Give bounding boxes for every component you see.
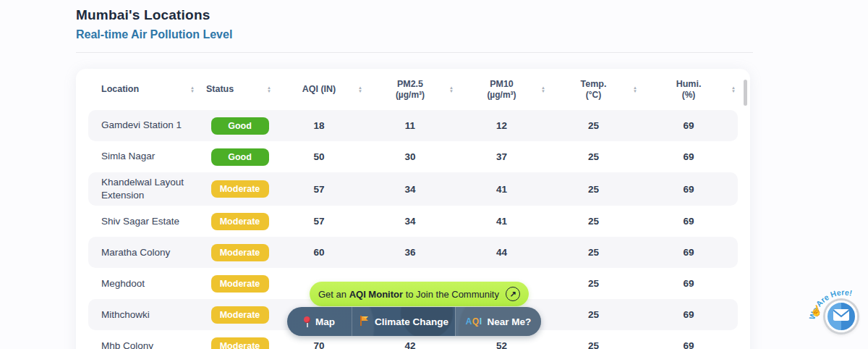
page-subtitle: Real-time Air Pollution Level — [76, 28, 232, 41]
table-header-row: Location▲▼Status▲▼AQI (IN)▲▼PM2.5(µg/m³)… — [88, 69, 738, 110]
nav-item-map[interactable]: Map — [287, 307, 352, 336]
sort-icon[interactable]: ▲▼ — [358, 86, 362, 93]
status-cell: Moderate — [197, 275, 273, 293]
column-label: PM2.5 — [397, 78, 423, 90]
map-pin-icon — [304, 316, 310, 327]
table-row[interactable]: Gamdevi Station 1Good1811122569 — [88, 110, 738, 141]
sort-icon[interactable]: ▲▼ — [731, 86, 736, 93]
column-header-status[interactable]: Status▲▼ — [197, 69, 273, 110]
pm10-cell: 37 — [456, 151, 548, 162]
climate-flag-icon — [359, 315, 370, 329]
page-title: Mumbai's Locations — [76, 7, 232, 23]
humi-cell: 69 — [639, 340, 738, 349]
location-cell: Simla Nagar — [88, 150, 197, 163]
column-unit: (°C) — [586, 90, 601, 101]
location-cell: Maratha Colony — [88, 246, 197, 259]
pm10-cell: 44 — [456, 247, 548, 258]
pm25-cell: 30 — [365, 151, 456, 162]
table-row[interactable]: Maratha ColonyModerate6036442569 — [88, 237, 738, 268]
temp-cell: 25 — [548, 151, 639, 162]
status-cell: Moderate — [197, 213, 273, 230]
nav-item-climate-change[interactable]: Climate Change — [352, 307, 455, 336]
pm10-cell: 41 — [456, 184, 548, 195]
humi-cell: 69 — [639, 184, 738, 195]
location-cell: Khandelwal Layout Extension — [88, 176, 197, 202]
status-badge[interactable]: Good — [211, 117, 269, 135]
status-badge[interactable]: Moderate — [211, 213, 269, 230]
column-header-location[interactable]: Location▲▼ — [88, 69, 197, 110]
column-header-temp[interactable]: Temp.(°C)▲▼ — [548, 69, 639, 110]
envelope-icon — [833, 308, 850, 324]
pm25-cell: 36 — [365, 247, 456, 258]
nav-item-label: Near Me? — [488, 316, 532, 327]
location-cell: Mithchowki — [88, 308, 197, 321]
column-unit: (µg/m³) — [487, 90, 516, 101]
sort-icon[interactable]: ▲▼ — [541, 86, 545, 93]
pm25-cell: 34 — [365, 216, 456, 227]
aqi-cell: 60 — [273, 247, 365, 258]
table-scrollbar[interactable] — [744, 80, 747, 106]
sort-icon[interactable]: ▲▼ — [190, 86, 195, 93]
aqi-cell: 57 — [273, 184, 365, 195]
temp-cell: 25 — [548, 120, 639, 131]
status-cell: Good — [197, 148, 273, 166]
nav-item-label: Map — [315, 316, 335, 327]
status-badge[interactable]: Moderate — [211, 306, 269, 324]
cta-label: Get an AQI Monitor to Join the Community — [318, 289, 499, 300]
location-cell: Meghdoot — [88, 277, 197, 290]
table-row[interactable]: Simla NagarGood5030372569 — [88, 141, 738, 172]
status-badge[interactable]: Moderate — [211, 337, 269, 349]
status-badge[interactable]: Moderate — [211, 180, 269, 198]
table-row[interactable]: Shiv Sagar EstateModerate5734412569 — [88, 206, 738, 237]
humi-cell: 69 — [639, 216, 738, 227]
column-label: Temp. — [581, 78, 607, 90]
aqi-logo-icon: AQI — [466, 316, 482, 327]
status-cell: Good — [197, 117, 273, 135]
column-header-aqi-in[interactable]: AQI (IN)▲▼ — [273, 69, 365, 110]
column-header-humi[interactable]: Humi.(%)▲▼ — [639, 69, 738, 110]
floating-nav-bar: Map Climate Change AQI Near Me? — [287, 307, 541, 336]
status-cell: Moderate — [197, 306, 273, 324]
humi-cell: 69 — [639, 278, 738, 289]
pm10-cell: 12 — [456, 120, 548, 131]
location-cell: Shiv Sagar Estate — [88, 215, 197, 228]
header-divider — [76, 52, 753, 53]
column-header-pm10[interactable]: PM10(µg/m³)▲▼ — [456, 69, 548, 110]
status-cell: Moderate — [197, 244, 273, 261]
status-badge[interactable]: Moderate — [211, 244, 269, 261]
contact-button[interactable] — [825, 300, 857, 332]
column-header-pm2-5[interactable]: PM2.5(µg/m³)▲▼ — [365, 69, 456, 110]
aqi-cell: 18 — [273, 120, 365, 131]
status-badge[interactable]: Moderate — [211, 275, 269, 293]
humi-cell: 69 — [639, 120, 738, 131]
temp-cell: 25 — [548, 278, 639, 289]
sort-icon[interactable]: ▲▼ — [633, 86, 637, 93]
pm25-cell: 11 — [365, 120, 456, 131]
humi-cell: 69 — [639, 247, 738, 258]
pm25-cell: 42 — [365, 340, 456, 349]
nav-item-near-me[interactable]: AQI Near Me? — [455, 307, 541, 336]
column-unit: (µg/m³) — [396, 90, 425, 101]
table-row[interactable]: Khandelwal Layout ExtensionModerate57344… — [88, 172, 738, 206]
aqi-cell: 57 — [273, 216, 365, 227]
column-unit: (%) — [682, 90, 696, 101]
aqi-monitor-cta-button[interactable]: Get an AQI Monitor to Join the Community… — [310, 282, 529, 306]
location-cell: Gamdevi Station 1 — [88, 119, 197, 132]
column-label: Humi. — [676, 78, 702, 90]
column-label: Location — [101, 83, 139, 95]
pm10-cell: 52 — [456, 340, 548, 349]
column-label: Status — [206, 83, 234, 95]
temp-cell: 25 — [548, 309, 639, 320]
temp-cell: 25 — [548, 247, 639, 258]
nav-item-label: Climate Change — [375, 316, 448, 327]
status-badge[interactable]: Good — [211, 148, 269, 166]
humi-cell: 69 — [639, 309, 738, 320]
sort-icon[interactable]: ▲▼ — [449, 86, 454, 93]
arrow-up-right-icon: ↗ — [506, 287, 520, 301]
location-cell: Mhb Colony — [88, 340, 197, 349]
column-label: PM10 — [490, 78, 514, 90]
sort-icon[interactable]: ▲▼ — [267, 86, 271, 93]
pm10-cell: 41 — [456, 216, 548, 227]
chat-widget[interactable]: We Are Here! ☝ — [809, 281, 868, 349]
status-cell: Moderate — [197, 337, 273, 349]
